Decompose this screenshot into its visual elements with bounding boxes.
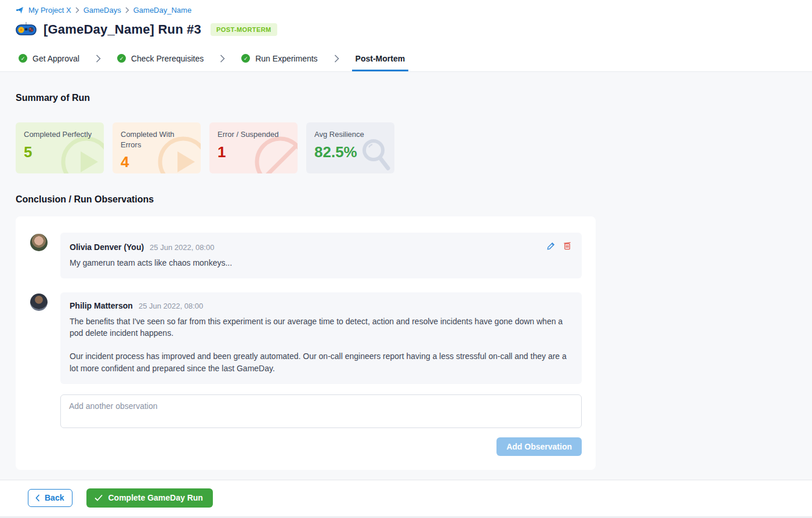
comment-bubble: Olivia Denver (You) 25 Jun 2022, 08:00 (60, 233, 582, 278)
stat-card-completed-with-errors: Completed With Errors 4 (113, 122, 201, 173)
avatar (30, 294, 48, 311)
stat-card-completed-perfectly: Completed Perfectly 5 (16, 122, 104, 173)
add-observation-button[interactable]: Add Observation (496, 437, 582, 456)
status-badge: POST-MORTERM (211, 23, 277, 36)
stat-card-avg-resilience: Avg Resilience 82.5% (306, 122, 394, 173)
check-icon (95, 494, 103, 501)
stat-card-error-suspended: Error / Suspended 1 (209, 122, 298, 173)
chevron-right-icon (96, 45, 101, 71)
footer-bar: Back Complete GameDay Run (0, 480, 812, 516)
comment-author: Olivia Denver (You) (70, 242, 144, 252)
breadcrumb-item-project[interactable]: My Project X (28, 6, 71, 15)
chevron-left-icon (35, 494, 40, 502)
tab-label: Post-Mortem (356, 54, 405, 63)
check-circle-icon: ✓ (241, 54, 250, 63)
observation-input[interactable] (60, 394, 582, 428)
page-header: My Project X GameDays GameDay_Name [Gam (0, 0, 812, 45)
observation-comment: Olivia Denver (You) 25 Jun 2022, 08:00 (30, 233, 582, 278)
comment-author: Philip Matterson (70, 301, 133, 310)
stat-label: Completed Perfectly (24, 129, 92, 140)
stat-value: 4 (121, 153, 193, 171)
back-button-label: Back (45, 493, 64, 502)
stat-value: 5 (24, 143, 96, 161)
tab-label: Run Experiments (255, 54, 317, 63)
check-circle-icon: ✓ (117, 54, 126, 63)
tab-post-mortem[interactable]: Post-Mortem (356, 45, 405, 71)
breadcrumb-separator-icon (75, 7, 79, 13)
project-logo-icon (16, 6, 24, 15)
comment-timestamp: 25 Jun 2022, 08:00 (139, 302, 203, 310)
chevron-right-icon (220, 45, 225, 71)
comment-timestamp: 25 Jun 2022, 08:00 (150, 243, 214, 252)
avatar (30, 234, 48, 251)
breadcrumb-item-gameday-name[interactable]: GameDay_Name (133, 6, 191, 15)
back-button[interactable]: Back (28, 489, 72, 507)
stepper-tabbar: ✓ Get Approval ✓ Check Prerequisites ✓ R… (0, 45, 812, 72)
observation-comment: Philip Matterson 25 Jun 2022, 08:00 The … (30, 292, 582, 384)
breadcrumb-item-gamedays[interactable]: GameDays (84, 6, 121, 15)
delete-icon[interactable] (563, 241, 571, 250)
summary-cards: Completed Perfectly 5 Completed With Err… (16, 122, 796, 173)
comment-text: The benefits that I've seen so far from … (70, 316, 571, 374)
gamepad-icon (16, 22, 37, 37)
complete-gameday-run-button[interactable]: Complete GameDay Run (86, 488, 212, 508)
tab-label: Get Approval (32, 54, 79, 63)
tab-check-prerequisites[interactable]: ✓ Check Prerequisites (117, 45, 204, 71)
breadcrumb: My Project X GameDays GameDay_Name (16, 6, 796, 15)
complete-button-label: Complete GameDay Run (108, 493, 202, 502)
stat-label: Avg Resilience (314, 129, 383, 140)
page-title: [GameDay_Name] Run #3 (44, 22, 201, 37)
breadcrumb-separator-icon (125, 7, 129, 13)
comment-bubble: Philip Matterson 25 Jun 2022, 08:00 The … (60, 292, 582, 384)
edit-icon[interactable] (547, 242, 555, 250)
main-content: Summary of Run Completed Perfectly 5 Com… (0, 72, 812, 480)
tab-get-approval[interactable]: ✓ Get Approval (19, 45, 79, 71)
observations-panel: Olivia Denver (You) 25 Jun 2022, 08:00 (16, 216, 596, 470)
summary-heading: Summary of Run (16, 93, 796, 103)
title-row: [GameDay_Name] Run #3 POST-MORTERM (16, 22, 796, 45)
page: My Project X GameDays GameDay_Name [Gam (0, 0, 812, 516)
tab-label: Check Prerequisites (131, 54, 204, 63)
chevron-right-icon (334, 45, 339, 71)
observation-composer: Add Observation (60, 394, 582, 456)
check-circle-icon: ✓ (19, 54, 27, 63)
comment-text: My gamerun team acts like chaos monkeys.… (70, 257, 571, 269)
tab-run-experiments[interactable]: ✓ Run Experiments (241, 45, 317, 71)
stat-value: 1 (217, 143, 289, 161)
stat-label: Completed With Errors (121, 129, 189, 150)
stat-value: 82.5% (314, 143, 386, 161)
conclusion-heading: Conclusion / Run Observations (16, 194, 796, 205)
stat-label: Error / Suspended (217, 129, 286, 140)
